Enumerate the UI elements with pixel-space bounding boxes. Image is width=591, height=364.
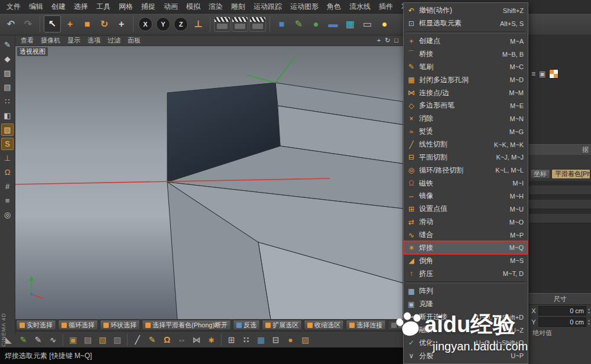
axis-y-button[interactable]: Y	[156, 17, 170, 31]
context-menu-item-undo-action[interactable]: ↶撤销(动作)Shift+Z	[404, 4, 528, 17]
selection-button[interactable]: 选择连接	[346, 320, 386, 330]
context-menu-item-slide[interactable]: ⇄滑动M~O	[404, 216, 528, 229]
spline-pen-button[interactable]: ✎	[291, 16, 307, 32]
texture-tag-icon[interactable]	[549, 69, 558, 79]
scale-tool[interactable]: ■	[79, 16, 95, 32]
simulation-button[interactable]: ▬	[325, 16, 341, 32]
add-primitive-button[interactable]: ■	[274, 16, 290, 32]
mograph-button[interactable]: ▦	[342, 16, 358, 32]
coord-icon[interactable]: ⊥	[1, 152, 14, 164]
make-editable-icon[interactable]: ✎	[1, 38, 14, 51]
viewport-menu-item[interactable]: 面板	[124, 36, 144, 45]
polygons-mode-icon[interactable]: ▧	[1, 124, 14, 136]
layout-icon[interactable]: ⊟	[269, 333, 282, 347]
menubar-item[interactable]: 编辑	[25, 0, 47, 13]
maximize-view-icon[interactable]: □	[394, 37, 398, 44]
context-menu-item-line-cut[interactable]: ╱线性切割K~K, M~K	[404, 138, 528, 151]
sketch-pen-icon[interactable]: ✎	[31, 333, 45, 347]
smooth-tool-icon[interactable]: ∿	[46, 333, 60, 347]
model-mode-icon[interactable]: ◆	[1, 53, 14, 65]
context-menu-item-polygon-pen[interactable]: ◇多边形画笔M~E	[404, 99, 528, 112]
spin-down-icon[interactable]: ▾	[588, 311, 590, 314]
context-menu-item-frame-selected[interactable]: ⊡框显选取元素Alt+S, S	[404, 17, 528, 30]
stitch-icon[interactable]: ⋈	[190, 333, 203, 347]
menubar-item[interactable]: 雕刻	[227, 0, 249, 13]
points-mode-icon[interactable]: ∷	[1, 95, 14, 108]
rotate-view-icon[interactable]: ↻	[385, 37, 390, 44]
uv-cube-icon[interactable]: ▨	[111, 333, 124, 347]
grid-icon[interactable]: ⊞	[225, 333, 238, 347]
quantize-icon[interactable]: ∷	[239, 333, 253, 347]
attribute-tab[interactable]: 平滑着色[Phong]	[551, 169, 590, 179]
redo-icon[interactable]: ↷	[20, 16, 36, 32]
context-menu-item-bevel[interactable]: ◢倒角M~S	[404, 254, 528, 267]
context-menu-item-weld[interactable]: ∗焊接M~Q	[404, 241, 528, 254]
camera-button[interactable]: ▭	[359, 16, 375, 32]
attribute-tab[interactable]: 坐标	[530, 169, 550, 179]
magnet-icon[interactable]: Ω	[160, 333, 174, 347]
selection-button[interactable]: 循环选择	[58, 320, 98, 330]
enable-axis-icon[interactable]: S	[1, 138, 14, 150]
menubar-item[interactable]: 选择	[70, 0, 92, 13]
undo-icon[interactable]: ↶	[3, 16, 19, 32]
menubar-item[interactable]: 文件	[2, 0, 25, 13]
context-menu-item-dissolve[interactable]: ×消除M~N	[404, 112, 528, 125]
knife-icon[interactable]: ╱	[131, 333, 144, 347]
snap-icon[interactable]: #	[1, 180, 14, 193]
magnet-icon[interactable]: Ω	[1, 166, 14, 178]
render-region-button[interactable]	[232, 17, 248, 32]
selection-button[interactable]: 实时选择	[16, 320, 56, 330]
menubar-item[interactable]: 动画	[160, 0, 182, 13]
viewport-menu-item[interactable]: 查看	[17, 36, 37, 45]
object-manager[interactable]: ≡ ▣	[529, 26, 591, 145]
context-menu-item-magnet[interactable]: Ω磁铁M~I	[404, 177, 528, 190]
mesh[interactable]	[167, 83, 403, 320]
context-menu-item-close-polygon-hole[interactable]: ▦封闭多边形孔洞M~D	[404, 73, 528, 86]
modeling-button[interactable]: ●	[308, 16, 324, 32]
attribute-row[interactable]	[529, 200, 591, 209]
render-view-button[interactable]	[214, 17, 230, 32]
selection-button[interactable]: 反选	[233, 320, 260, 330]
poly-cube-icon[interactable]: ▧	[96, 333, 109, 347]
menubar-item[interactable]: 运动图形	[286, 0, 323, 13]
selection-button[interactable]: 环状选择	[100, 320, 140, 330]
menubar-item[interactable]: 渲染	[204, 0, 227, 13]
axis-z-button[interactable]: Z	[174, 17, 188, 31]
points-cube-icon[interactable]: ▣	[66, 333, 80, 347]
context-menu-item-bridge[interactable]: ⌒桥接M~B, B	[404, 48, 528, 61]
context-menu-item-disconnect[interactable]: ✂断开连接U~D, U~Shift+D	[404, 311, 528, 324]
coordinate-field[interactable]: 0 cm	[538, 317, 586, 327]
context-menu-item-clone[interactable]: ▣克隆	[404, 298, 528, 311]
texture-mode-icon[interactable]: ▨	[1, 67, 14, 79]
lock-workplane-icon[interactable]: ≡	[1, 194, 14, 207]
context-menu-item-iron[interactable]: ≈熨烫M~G	[404, 125, 528, 138]
viewport-menu-item[interactable]: 摄像机	[37, 36, 64, 45]
menubar-item[interactable]: 流水线	[345, 0, 375, 13]
context-menu-item-optimize[interactable]: ✓优化U~O, U~Shift+O	[404, 336, 528, 349]
context-menu-item-extrude[interactable]: ↑挤压M~T, D	[404, 267, 528, 280]
menubar-item[interactable]: 工具	[92, 0, 115, 13]
viewport-label[interactable]: 透视视图	[17, 47, 48, 56]
select-tool[interactable]: ↖	[44, 15, 61, 32]
context-menu-item-mirror[interactable]: ⇔镜像M~H	[404, 190, 528, 203]
pen-icon[interactable]: ✎	[145, 333, 159, 347]
viewport-menu-item[interactable]: 过滤	[104, 36, 124, 45]
spline-pen-icon[interactable]: ✎	[17, 333, 30, 347]
move-tool[interactable]: +	[62, 16, 78, 32]
texture-icon[interactable]: ▨	[298, 333, 312, 347]
menubar-item[interactable]: 捕捉	[137, 0, 160, 13]
selection-button[interactable]: 扩展选区	[262, 320, 302, 330]
weld-icon[interactable]: ∗	[204, 333, 218, 347]
array-icon[interactable]: ▦	[254, 333, 268, 347]
pan-view-icon[interactable]: +	[377, 37, 381, 44]
context-menu-item-split[interactable]: ∨分裂U~P	[404, 349, 528, 362]
workplane-icon[interactable]: ▤	[1, 81, 14, 93]
context-menu-item-plane-cut[interactable]: ⊟平面切割K~J, M~J	[404, 151, 528, 164]
context-menu-item-brush[interactable]: ✎笔刷M~C	[404, 60, 528, 73]
context-menu-item-loop-path-cut[interactable]: ◎循环/路径切割K~L, M~L	[404, 164, 528, 177]
light-button[interactable]: ●	[376, 16, 392, 32]
selection-button[interactable]: 收缩选区	[304, 320, 344, 330]
spinner-icon[interactable]: ▴▾	[588, 307, 590, 314]
context-menu-item-set-point-value[interactable]: ⊞设置点值M~U	[404, 203, 528, 216]
menubar-item[interactable]: 插件	[375, 0, 397, 13]
